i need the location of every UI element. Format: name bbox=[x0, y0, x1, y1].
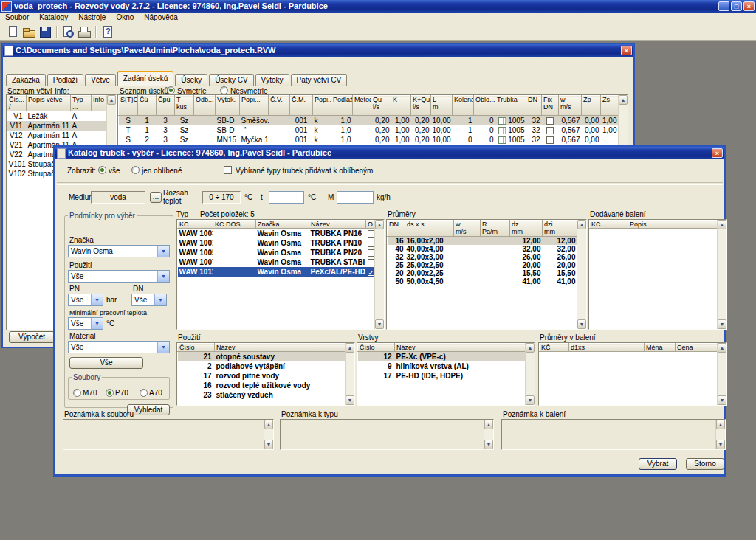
calculate-button[interactable]: Výpočet bbox=[9, 331, 55, 343]
table-row[interactable]: 3232,00x3,0026,0026,00 bbox=[388, 253, 577, 261]
pouziti-combobox[interactable]: Vše ▼ bbox=[68, 270, 170, 283]
column-header[interactable]: L m bbox=[431, 96, 453, 116]
column-header[interactable]: K bbox=[391, 96, 411, 116]
row-checkbox[interactable]: ✓ bbox=[368, 269, 375, 276]
print-preview-button[interactable] bbox=[60, 24, 76, 39]
column-header[interactable]: DN bbox=[388, 221, 405, 237]
column-header[interactable]: DN bbox=[526, 96, 542, 116]
tab-podlazi[interactable]: Podlaží bbox=[47, 74, 83, 86]
table-row[interactable]: WAW 1001Wavin OsmaTRUBKA PN10 bbox=[178, 238, 375, 248]
dialog-titlebar[interactable]: Katalog trubek - výběr - Licence: 974860… bbox=[55, 147, 724, 159]
tab-vetve[interactable]: Větve bbox=[85, 74, 116, 86]
scroll-down-icon[interactable]: ▼ bbox=[718, 319, 726, 329]
scrollbar-track[interactable] bbox=[716, 429, 725, 440]
column-header[interactable]: Oblo... bbox=[474, 96, 495, 116]
table-row[interactable]: 23stlačený vzduch bbox=[178, 390, 346, 400]
table-row[interactable]: WAW 1011Wavin OsmaPeXc/AL/PE-HD✓ bbox=[178, 267, 375, 277]
minimize-icon[interactable]: – bbox=[718, 1, 729, 11]
scrollbar-track[interactable] bbox=[718, 229, 726, 319]
menu-item-napoveda[interactable]: Nápověda bbox=[139, 13, 183, 23]
print-button[interactable] bbox=[76, 24, 92, 39]
pn-combobox[interactable]: Vše ▼ bbox=[68, 294, 103, 306]
tab-paty-vetvi-cv[interactable]: Paty větví CV bbox=[291, 74, 348, 86]
table-row[interactable]: WAW 1003Wavin OsmaTRUBKA PN16 bbox=[178, 229, 375, 239]
column-header[interactable]: Č.V. bbox=[269, 96, 290, 116]
scrollbar-track[interactable] bbox=[264, 429, 273, 440]
table-row[interactable]: WAW 1007Wavin OsmaTRUBKA STABI PN bbox=[178, 257, 375, 267]
main-titlebar[interactable]: voda_protech - Rozvody vody 2.7.2 - Lice… bbox=[0, 0, 756, 13]
table-row[interactable]: S23SzMN15Myčka 1001k1,00,201,000,2010,00… bbox=[119, 135, 619, 145]
column-header[interactable]: Značka bbox=[256, 221, 309, 229]
column-header[interactable]: dz mm bbox=[510, 221, 543, 237]
column-header[interactable]: KČ DOS bbox=[213, 221, 256, 229]
help-button[interactable] bbox=[99, 24, 115, 39]
column-header[interactable]: Čú bbox=[138, 96, 157, 116]
table-row[interactable]: 17rozvod pitné vody bbox=[178, 371, 346, 381]
column-header[interactable]: Info bbox=[92, 96, 108, 111]
note-baleni-scrollbar[interactable]: ▲▼ bbox=[715, 420, 725, 449]
document-titlebar[interactable]: C:\Documents and Settings\PavelAdmin\Plo… bbox=[3, 44, 633, 57]
note-typ-scrollbar[interactable]: ▲▼ bbox=[484, 420, 493, 449]
column-header[interactable]: S(T)C bbox=[119, 96, 138, 116]
row-checkbox[interactable] bbox=[368, 240, 375, 247]
column-header[interactable]: Kolena bbox=[453, 96, 474, 116]
prumery-v-baleni-scrollbar[interactable]: ▲▼ bbox=[717, 343, 726, 405]
soubory-p70-radio[interactable] bbox=[106, 389, 114, 397]
teplota-combobox[interactable]: Vše ▼ bbox=[68, 317, 103, 330]
scroll-down-icon[interactable]: ▼ bbox=[484, 440, 493, 449]
scroll-down-icon[interactable]: ▼ bbox=[718, 395, 726, 405]
column-header[interactable]: Č.M. bbox=[290, 96, 313, 116]
dn-combobox[interactable]: Vše ▼ bbox=[131, 294, 167, 306]
note-soubor-textarea[interactable]: ▲▼ bbox=[63, 419, 274, 450]
soubory-a70-radio[interactable] bbox=[140, 389, 148, 397]
menu-item-okno[interactable]: Okno bbox=[111, 13, 139, 23]
tab-zadani-useku[interactable]: Zadání úseků bbox=[117, 71, 174, 86]
scroll-up-icon[interactable]: ▲ bbox=[264, 420, 273, 429]
t-input[interactable] bbox=[269, 191, 304, 204]
table-row[interactable]: T13SzSB-D-"-001k1,00,201,000,2010,001010… bbox=[119, 125, 619, 135]
vrstvy-scrollbar[interactable]: ▲▼ bbox=[525, 343, 535, 405]
column-header[interactable]: Název bbox=[395, 344, 526, 352]
menu-item-nastroje[interactable]: Nástroje bbox=[73, 13, 111, 23]
scroll-down-icon[interactable]: ▼ bbox=[526, 395, 535, 405]
row-checkbox[interactable] bbox=[546, 136, 554, 144]
scroll-up-icon[interactable]: ▲ bbox=[526, 343, 535, 353]
row-checkbox[interactable] bbox=[368, 249, 375, 257]
column-header[interactable]: KČ bbox=[178, 221, 213, 229]
column-header[interactable]: Typ ... bbox=[71, 96, 92, 111]
table-row[interactable]: V11Apartmán 11A bbox=[7, 121, 108, 131]
table-row[interactable]: V12Apartmán 11A bbox=[7, 131, 108, 140]
table-row[interactable]: 5050,00x4,5041,0041,00 bbox=[388, 277, 577, 285]
row-checkbox[interactable] bbox=[368, 230, 375, 238]
column-header[interactable]: Číslo bbox=[358, 344, 395, 352]
column-header[interactable]: Číslo bbox=[178, 344, 215, 352]
column-header[interactable]: Čís... / bbox=[7, 96, 27, 111]
column-header[interactable]: R Pa/m bbox=[481, 221, 510, 237]
column-header[interactable]: Metoda bbox=[353, 96, 371, 116]
row-checkbox[interactable] bbox=[546, 117, 554, 125]
medium-browse-button[interactable]: ... bbox=[150, 192, 162, 203]
column-header[interactable]: Měna bbox=[645, 344, 676, 352]
column-header[interactable]: Popis bbox=[628, 221, 718, 229]
m-input[interactable] bbox=[337, 191, 374, 204]
column-header[interactable]: Čpú bbox=[157, 96, 175, 116]
table-row[interactable]: 21otopné soustavy bbox=[178, 352, 346, 362]
tab-useky-cv[interactable]: Úseky CV bbox=[209, 74, 253, 86]
table-row[interactable]: 2525,00x2,5020,0020,00 bbox=[388, 261, 577, 269]
typ-scrollbar[interactable]: ▲▼ bbox=[374, 220, 384, 329]
column-header[interactable]: w m/s bbox=[559, 96, 582, 116]
table-row[interactable]: 1616,00x2,0012,0012,00 bbox=[388, 237, 577, 246]
scroll-up-icon[interactable]: ▲ bbox=[619, 95, 628, 105]
scroll-down-icon[interactable]: ▼ bbox=[264, 440, 273, 449]
column-header[interactable]: KČ bbox=[590, 221, 628, 229]
scrollbar-track[interactable] bbox=[375, 229, 384, 319]
scroll-up-icon[interactable]: ▲ bbox=[484, 420, 493, 429]
soubory-m70-radio[interactable] bbox=[73, 389, 81, 397]
scroll-down-icon[interactable]: ▼ bbox=[346, 395, 354, 405]
note-soubor-scrollbar[interactable]: ▲▼ bbox=[264, 420, 273, 449]
dropdown-icon[interactable]: ▼ bbox=[157, 271, 169, 282]
close-icon[interactable]: × bbox=[743, 1, 755, 11]
column-header[interactable]: Odb... bbox=[194, 96, 216, 116]
dropdown-icon[interactable]: ▼ bbox=[154, 294, 166, 305]
column-header[interactable]: Fix DN bbox=[542, 96, 559, 116]
